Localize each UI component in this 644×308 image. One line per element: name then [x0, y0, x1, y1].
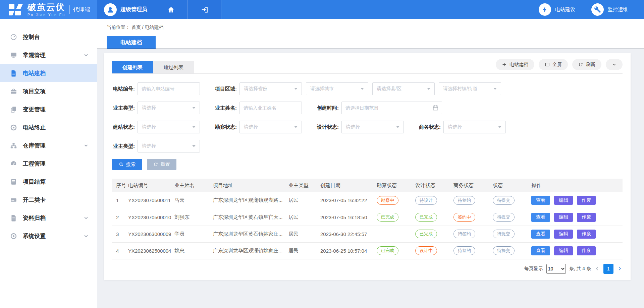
chevron-left-icon: [594, 266, 600, 271]
sidebar-item-general-mgmt[interactable]: 常规管理: [0, 46, 97, 64]
fullscreen-label: 全屏: [552, 62, 562, 68]
home-icon: [167, 6, 175, 13]
owner-name-input[interactable]: [239, 102, 302, 114]
collapse-toolbar-button[interactable]: [606, 59, 623, 70]
sidebar-item-console[interactable]: 控制台: [0, 28, 97, 46]
brand-subtitle: Po Jian Yun Fu: [28, 13, 65, 17]
cell-address: 广东深圳龙华区观澜镇观湖路...: [213, 192, 288, 209]
filter-station-no: 电站编号:: [112, 82, 200, 95]
nav-station-build[interactable]: 电站建设: [539, 0, 575, 19]
void-button[interactable]: 作废: [577, 230, 596, 239]
page-tab-station-archive[interactable]: 电站建档: [107, 36, 156, 49]
breadcrumb-path[interactable]: 首页 / 电站建档: [131, 24, 164, 30]
calculator-icon: [10, 178, 17, 185]
filter-design-status: 设计状态: 请选择: [316, 121, 404, 133]
col-address: 项目地址: [213, 179, 288, 192]
county-select[interactable]: 请选择县/区: [372, 82, 435, 95]
portal-label: 代理端: [73, 6, 90, 13]
void-button[interactable]: 作废: [577, 196, 596, 205]
per-page-select[interactable]: 10: [546, 264, 566, 274]
prev-page-button[interactable]: [594, 266, 600, 271]
next-page-button[interactable]: [617, 266, 623, 271]
edit-button[interactable]: 编辑: [554, 196, 573, 205]
col-status: 状态: [493, 179, 531, 192]
view-button[interactable]: 查看: [531, 246, 550, 255]
plus-icon: [502, 62, 507, 67]
owner-type-select[interactable]: 请选择: [138, 102, 200, 114]
business-status-badge: 待签约: [453, 246, 475, 255]
cell-seq: 2: [112, 209, 128, 226]
tab-create-list[interactable]: 创建列表: [112, 61, 153, 73]
caret-down-icon: [396, 126, 399, 128]
sidebar-item-label: 系统设置: [23, 232, 46, 240]
sidebar-item-label: 工程管理: [23, 160, 46, 168]
col-actions: 操作: [531, 179, 623, 192]
add-station-button[interactable]: 电站建档: [496, 59, 534, 70]
gauge-icon: [10, 160, 17, 167]
build-status-select[interactable]: 请选择: [138, 121, 200, 133]
card-header: 创建列表 通过列表 电站建档 全屏: [112, 53, 623, 74]
table-row: 2 YX2023070500010 刘强东 广东深圳龙华区黄石镇星官大... 居…: [112, 209, 623, 226]
sidebar-item-project-init[interactable]: 项目立项: [0, 82, 97, 100]
edit-button[interactable]: 编辑: [554, 213, 573, 222]
edit-button[interactable]: 编辑: [554, 246, 573, 255]
sidebar-item-warehouse-mgmt[interactable]: 仓库管理: [0, 136, 97, 155]
view-button[interactable]: 查看: [531, 196, 550, 205]
chevron-down-icon: [84, 234, 89, 239]
sidebar-item-label: 变更管理: [23, 106, 46, 113]
station-no-input[interactable]: [138, 82, 200, 95]
copy-icon: [10, 106, 17, 113]
cell-code: YX2023063000009: [128, 226, 174, 242]
home-button[interactable]: [154, 0, 188, 19]
search-button[interactable]: 搜索: [112, 159, 142, 170]
reset-button[interactable]: 重置: [147, 159, 176, 170]
nav-monitor-ops[interactable]: 监控运维: [591, 0, 628, 19]
sidebar-item-type2-card[interactable]: 开二类卡: [0, 191, 97, 209]
page-number-1[interactable]: 1: [603, 264, 613, 274]
nav-monitor-ops-label: 监控运维: [608, 6, 628, 13]
date-range-input[interactable]: [341, 102, 442, 114]
design-status-select[interactable]: 请选择: [341, 121, 404, 133]
brand-text: 破茧云伏 Po Jian Yun Fu: [28, 3, 65, 17]
town-select[interactable]: 请选择村镇/街道: [439, 82, 501, 95]
filter-row-4: 业主类型: 请选择: [112, 140, 623, 152]
filter-create-time: 创建时间:: [316, 102, 442, 114]
table-row: 1 YX2023070500011 马云 广东深圳龙华区观澜镇观湖路... 居民…: [112, 192, 623, 209]
breadcrumb-zone: 当前位置： 首页 / 电站建档 电站建档: [97, 19, 644, 49]
refresh-label: 刷新: [586, 62, 595, 68]
main-area: 当前位置： 首页 / 电站建档 电站建档 创建列表 通过列表: [97, 19, 644, 308]
sidebar-item-change-mgmt[interactable]: 变更管理: [0, 100, 97, 118]
search-icon: [119, 162, 124, 167]
city-select[interactable]: 请选择城市: [306, 82, 368, 95]
business-status-badge: 待签约: [453, 196, 475, 205]
sidebar-item-station-archive[interactable]: 电站建档: [0, 64, 97, 82]
sidebar-item-data-archive[interactable]: 资料归档: [0, 209, 97, 227]
sidebar-item-system-settings[interactable]: 系统设置: [0, 227, 97, 245]
view-button[interactable]: 查看: [531, 230, 550, 239]
fullscreen-button[interactable]: 全屏: [539, 59, 568, 70]
sidebar-item-engineering-mgmt[interactable]: 工程管理: [0, 155, 97, 173]
survey-status-select[interactable]: 请选择: [239, 121, 302, 133]
caret-down-icon: [427, 88, 430, 90]
void-button[interactable]: 作废: [577, 213, 596, 222]
cell-code: YX2023070500010: [128, 209, 174, 226]
refresh-button[interactable]: 刷新: [572, 59, 601, 70]
cell-created: 2023-07-05 16:42:22: [320, 192, 377, 209]
design-status-badge: 设计中: [415, 246, 437, 255]
brand-logo: 破茧云伏 Po Jian Yun Fu 代理端: [0, 0, 97, 19]
owner-type2-select[interactable]: 请选择: [138, 140, 200, 152]
business-status-select[interactable]: 请选择: [443, 121, 506, 133]
filter-owner-name: 业主姓名:: [214, 102, 302, 114]
breadcrumb: 当前位置： 首页 / 电站建档: [107, 24, 644, 30]
view-button[interactable]: 查看: [531, 213, 550, 222]
tab-passed-list[interactable]: 通过列表: [153, 61, 194, 73]
edit-button[interactable]: 编辑: [554, 230, 573, 239]
document-icon: [10, 214, 17, 222]
cell-address: 广东深圳龙华区黄石镇姚家庄...: [213, 226, 288, 242]
province-select[interactable]: 请选择省份: [239, 82, 302, 95]
logout-button[interactable]: [188, 0, 221, 19]
void-button[interactable]: 作废: [577, 246, 596, 255]
user-menu[interactable]: 超级管理员: [97, 0, 154, 19]
sidebar-item-project-settlement[interactable]: 项目结算: [0, 173, 97, 191]
sidebar-item-station-terminate[interactable]: 电站终止: [0, 118, 97, 136]
